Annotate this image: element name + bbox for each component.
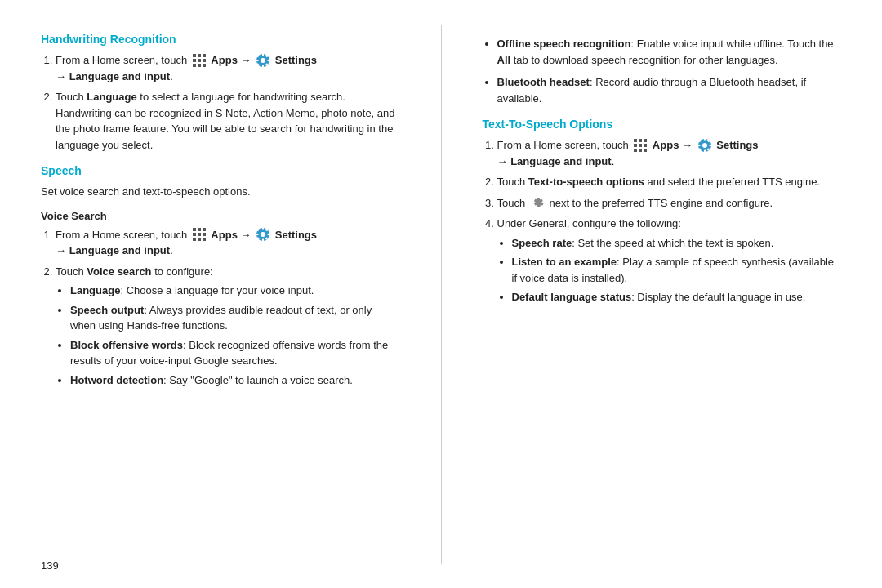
svg-rect-26 — [198, 64, 201, 67]
tts-step-3: Touch next to the preferred TTS engine a… — [497, 195, 842, 212]
handwriting-step-2: Touch Language to select a language for … — [56, 89, 400, 153]
bullet-default-lang: Default language status: Display the def… — [512, 289, 842, 305]
step1-settings-label: Settings — [275, 54, 317, 66]
svg-rect-38 — [193, 228, 196, 231]
svg-rect-20 — [198, 54, 201, 57]
svg-rect-39 — [198, 228, 201, 231]
svg-rect-31 — [262, 65, 264, 68]
tts-step1-arrow2: → — [497, 155, 511, 167]
tts-step1-before: From a Home screen, touch — [497, 139, 632, 151]
gear-icon — [530, 195, 545, 210]
step1-text-before: From a Home screen, touch — [56, 54, 190, 66]
apps-icon-2 — [192, 227, 207, 242]
svg-rect-22 — [193, 59, 196, 62]
svg-rect-59 — [644, 139, 647, 142]
handwriting-title: Handwriting Recognition — [41, 33, 400, 46]
svg-rect-65 — [644, 149, 647, 152]
bullet-bluetooth: Bluetooth headset: Record audio through … — [497, 74, 842, 106]
tts-step-2: Touch Text-to-speech options and select … — [497, 174, 842, 190]
bullet-speech-output: Speech output: Always provides audible r… — [70, 302, 400, 334]
svg-rect-64 — [639, 149, 642, 152]
svg-rect-49 — [262, 227, 264, 230]
bullet-block-words: Block offensive words: Block recognized … — [70, 337, 400, 369]
svg-rect-41 — [193, 233, 196, 236]
svg-rect-45 — [198, 238, 201, 241]
svg-rect-69 — [704, 149, 706, 153]
offline-bullets: Offline speech recognition: Enable voice… — [483, 36, 842, 106]
vs-step1-arrow2: → — [56, 244, 69, 256]
left-column: Handwriting Recognition From a Home scre… — [41, 24, 400, 564]
settings-icon-1 — [256, 53, 270, 68]
bullet-offline: Offline speech recognition: Enable voice… — [497, 36, 842, 68]
svg-rect-21 — [203, 54, 206, 57]
apps-icon-3 — [633, 138, 648, 153]
speech-intro: Set voice search and text-to-speech opti… — [41, 184, 400, 200]
voice-search-title: Voice Search — [41, 210, 400, 222]
handwriting-step-1: From a Home screen, touch Apps → Setting… — [56, 52, 400, 84]
step1-lang: Language and input — [69, 70, 171, 82]
tts-step1-arrow: → — [682, 139, 696, 151]
speech-section: Speech Set voice search and text-to-spee… — [41, 164, 400, 388]
svg-rect-43 — [203, 233, 206, 236]
handwriting-steps: From a Home screen, touch Apps → Setting… — [41, 52, 400, 153]
tts-step-1: From a Home screen, touch Apps → Setting… — [497, 137, 842, 169]
bullet-speech-rate: Speech rate: Set the speed at which the … — [512, 235, 842, 252]
svg-rect-30 — [262, 53, 264, 56]
svg-rect-57 — [634, 139, 637, 142]
svg-point-67 — [702, 143, 707, 148]
tts-step1-apps: Apps — [653, 139, 679, 151]
svg-rect-61 — [639, 144, 642, 147]
tts-title: Text-To-Speech Options — [483, 118, 842, 131]
step1-apps-label: Apps — [211, 54, 238, 66]
speech-title: Speech — [41, 164, 400, 177]
svg-rect-71 — [709, 145, 712, 146]
settings-icon-2 — [256, 227, 270, 242]
handwriting-section: Handwriting Recognition From a Home scre… — [41, 33, 400, 153]
tts-step1-settings: Settings — [716, 139, 758, 151]
voice-step-1: From a Home screen, touch Apps → Setting… — [56, 227, 400, 259]
svg-rect-68 — [704, 138, 706, 141]
svg-rect-32 — [256, 60, 259, 61]
tts-steps: From a Home screen, touch Apps → Setting… — [483, 137, 842, 305]
svg-rect-27 — [203, 64, 206, 67]
svg-point-29 — [261, 58, 265, 63]
svg-rect-42 — [198, 233, 201, 236]
svg-rect-40 — [203, 228, 206, 231]
svg-rect-23 — [198, 59, 201, 62]
svg-rect-52 — [268, 234, 271, 235]
svg-point-48 — [261, 232, 265, 237]
svg-rect-63 — [634, 149, 637, 152]
bullet-hotword: Hotword detection: Say "Google" to launc… — [70, 372, 400, 389]
vs-step1-settings: Settings — [275, 229, 317, 241]
svg-rect-33 — [268, 60, 271, 61]
voice-search-bullets: Language: Choose a language for your voi… — [56, 283, 400, 388]
bullet-language: Language: Choose a language for your voi… — [70, 283, 400, 299]
tts-step1-lang: Language and input — [510, 155, 612, 167]
tts-step-4: Under General, configure the following: … — [497, 216, 842, 305]
svg-rect-50 — [262, 239, 264, 243]
column-divider — [441, 24, 442, 564]
svg-rect-60 — [634, 144, 637, 147]
tts-section: Text-To-Speech Options From a Home scree… — [483, 118, 842, 305]
svg-rect-25 — [193, 64, 196, 67]
vs-step1-lang: Language and input — [69, 244, 171, 256]
svg-rect-46 — [203, 238, 206, 241]
svg-rect-44 — [193, 238, 196, 241]
svg-rect-70 — [697, 145, 701, 146]
svg-rect-58 — [639, 139, 642, 142]
voice-step-2: Touch Voice search to configure: Languag… — [56, 264, 400, 389]
svg-rect-51 — [256, 234, 259, 235]
voice-search-steps: From a Home screen, touch Apps → Setting… — [41, 227, 400, 389]
bullet-listen-example: Listen to an example: Play a sample of s… — [512, 254, 842, 286]
vs-step1-arrow: → — [240, 229, 254, 241]
right-column: Offline speech recognition: Enable voice… — [483, 24, 842, 564]
page-layout: Handwriting Recognition From a Home scre… — [41, 24, 841, 564]
svg-rect-19 — [193, 54, 196, 57]
vs-step1-apps: Apps — [211, 229, 238, 241]
tts-bullets: Speech rate: Set the speed at which the … — [497, 235, 842, 305]
apps-icon-1 — [192, 53, 207, 68]
step1-arrow2: → — [56, 70, 69, 82]
settings-icon-3 — [697, 138, 712, 153]
step1-arrow: → — [240, 54, 254, 66]
svg-rect-62 — [644, 144, 647, 147]
